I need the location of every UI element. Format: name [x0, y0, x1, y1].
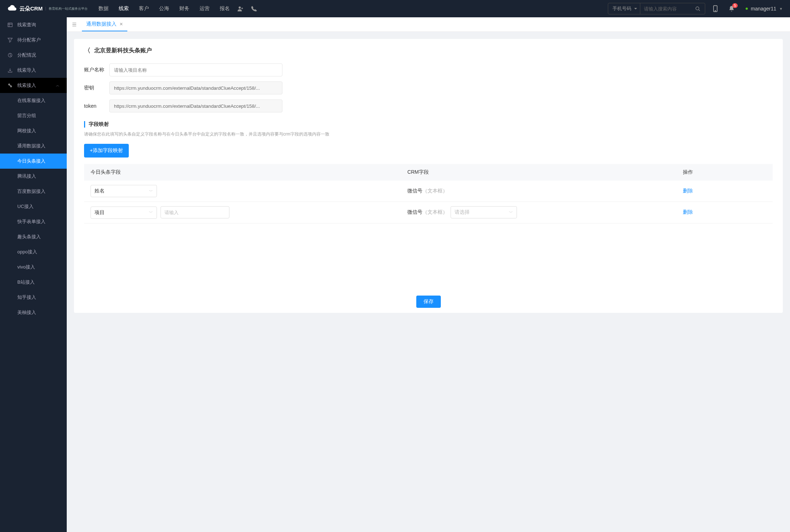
- back-button[interactable]: 〈 北京昱新科技头条账户: [84, 46, 773, 55]
- crm-field-label: 微信号: [407, 188, 422, 194]
- mobile-icon[interactable]: [712, 5, 718, 12]
- sidebar-sub-14[interactable]: 美柚接入: [0, 305, 67, 320]
- user-add-icon[interactable]: [237, 5, 243, 12]
- tab-label: 通用数据接入: [86, 21, 117, 27]
- sidebar-item-label: 待分配客户: [17, 37, 41, 43]
- sidebar-item-label: 线索查询: [17, 22, 36, 28]
- sidebar-sub-3[interactable]: 通用数据接入: [0, 138, 67, 154]
- search-box: 手机号码: [608, 3, 705, 14]
- col-crm: CRM字段: [401, 164, 676, 181]
- col-toutiao: 今日头条字段: [84, 164, 401, 181]
- chevron-up-icon: ︿: [56, 83, 60, 88]
- svg-point-7: [10, 86, 12, 87]
- add-mapping-button[interactable]: +添加字段映射: [84, 144, 129, 158]
- nav-item-1[interactable]: 线索: [119, 4, 129, 13]
- svg-point-6: [9, 84, 10, 85]
- sidebar-item-0[interactable]: 线索查询: [0, 17, 67, 32]
- sidebar-sub-2[interactable]: 网校接入: [0, 123, 67, 138]
- import-icon: [7, 68, 13, 73]
- save-button[interactable]: 保存: [416, 296, 441, 308]
- search-button[interactable]: [691, 6, 705, 12]
- sidebar-item-access[interactable]: 线索接入︿: [0, 78, 67, 93]
- toutiao-field-select[interactable]: 姓名﹀: [91, 185, 157, 197]
- plug-icon: [7, 83, 13, 88]
- crm-field-select[interactable]: 请选择﹀: [451, 206, 517, 218]
- username: manager11: [751, 6, 776, 12]
- token-input[interactable]: [109, 99, 282, 112]
- search-type-select[interactable]: 手机号码: [608, 3, 640, 14]
- sidebar-item-1[interactable]: 待分配客户: [0, 32, 67, 48]
- collapse-tabs-icon[interactable]: [72, 22, 77, 27]
- nav-item-0[interactable]: 数据: [98, 4, 109, 13]
- nav-item-2[interactable]: 客户: [139, 4, 149, 13]
- delete-row-link[interactable]: 删除: [683, 209, 693, 215]
- secret-label: 密钥: [84, 85, 109, 91]
- delete-row-link[interactable]: 删除: [683, 188, 693, 194]
- sidebar-sub-8[interactable]: 快手表单接入: [0, 214, 67, 229]
- close-tab-icon[interactable]: ✕: [119, 22, 123, 27]
- svg-point-0: [239, 6, 241, 9]
- sidebar-sub-12[interactable]: B站接入: [0, 275, 67, 290]
- search-input[interactable]: [640, 6, 691, 12]
- sidebar-sub-11[interactable]: vivo接入: [0, 260, 67, 275]
- nav-item-6[interactable]: 报名: [220, 4, 230, 13]
- sidebar-sub-7[interactable]: UC接入: [0, 199, 67, 214]
- notification-badge: 5: [732, 3, 738, 8]
- crm-field-type: （文本框）: [422, 209, 448, 215]
- logo: 云朵CRM 教育机构一站式服务云平台: [7, 4, 88, 14]
- sidebar-sub-1[interactable]: 留言分组: [0, 108, 67, 123]
- chevron-down-icon: ﹀: [509, 210, 513, 215]
- sidebar-item-2[interactable]: 分配情况: [0, 48, 67, 63]
- filter-icon: [7, 37, 13, 43]
- nav-item-4[interactable]: 财务: [179, 4, 189, 13]
- sidebar-sub-13[interactable]: 知乎接入: [0, 290, 67, 305]
- phone-icon[interactable]: [251, 5, 257, 12]
- chevron-left-icon: 〈: [84, 46, 91, 55]
- sidebar-sub-6[interactable]: 百度数据接入: [0, 184, 67, 199]
- user-menu[interactable]: manager11 ▼: [746, 6, 783, 12]
- svg-point-3: [715, 10, 716, 11]
- chevron-down-icon: ▼: [779, 7, 783, 11]
- sidebar-item-3[interactable]: 线索导入: [0, 63, 67, 78]
- sidebar-item-label: 线索接入: [17, 82, 36, 89]
- table-row: 项目﹀微信号（文本框） 请选择﹀删除: [84, 202, 773, 223]
- mapping-hint: 请确保您在此填写的头条自定义字段名称与在今日头条平台中自定义的字段名称一致，并且…: [84, 131, 773, 137]
- status-dot-icon: [746, 8, 748, 10]
- token-label: token: [84, 103, 109, 109]
- chevron-down-icon: ﹀: [149, 189, 153, 194]
- crm-field-label: 微信号: [407, 209, 422, 215]
- sidebar-item-label: 线索导入: [17, 67, 36, 74]
- secret-input[interactable]: [109, 81, 282, 94]
- sidebar-sub-10[interactable]: oppo接入: [0, 244, 67, 260]
- cloud-logo-icon: [7, 4, 17, 14]
- nav-item-3[interactable]: 公海: [159, 4, 169, 13]
- page-title: 北京昱新科技头条账户: [94, 47, 152, 54]
- sidebar-sub-9[interactable]: 趣头条接入: [0, 229, 67, 244]
- sidebar-sub-0[interactable]: 在线客服接入: [0, 93, 67, 108]
- logo-text: 云朵CRM: [19, 5, 43, 12]
- toutiao-extra-input[interactable]: [161, 206, 229, 218]
- toutiao-field-select[interactable]: 项目﹀: [91, 207, 157, 219]
- mapping-section-header: 字段映射: [84, 121, 773, 128]
- notification-bell[interactable]: 5: [728, 5, 735, 12]
- table-row: 姓名﹀微信号（文本框）删除: [84, 181, 773, 202]
- col-op: 操作: [676, 164, 773, 181]
- account-name-label: 账户名称: [84, 67, 109, 73]
- svg-rect-4: [8, 23, 12, 27]
- account-name-input[interactable]: [109, 63, 282, 76]
- tab-general-data-access[interactable]: 通用数据接入 ✕: [82, 17, 127, 31]
- sidebar-sub-4[interactable]: 今日头条接入: [0, 154, 67, 169]
- crm-field-type: （文本框）: [422, 188, 448, 194]
- svg-point-1: [696, 6, 699, 10]
- pie-icon: [7, 53, 13, 58]
- logo-subtitle: 教育机构一站式服务云平台: [45, 7, 88, 11]
- chevron-down-icon: ﹀: [149, 210, 153, 215]
- sidebar-item-label: 分配情况: [17, 52, 36, 58]
- list-icon: [7, 22, 13, 27]
- nav-item-5[interactable]: 运营: [199, 4, 210, 13]
- sidebar-sub-5[interactable]: 腾讯接入: [0, 169, 67, 184]
